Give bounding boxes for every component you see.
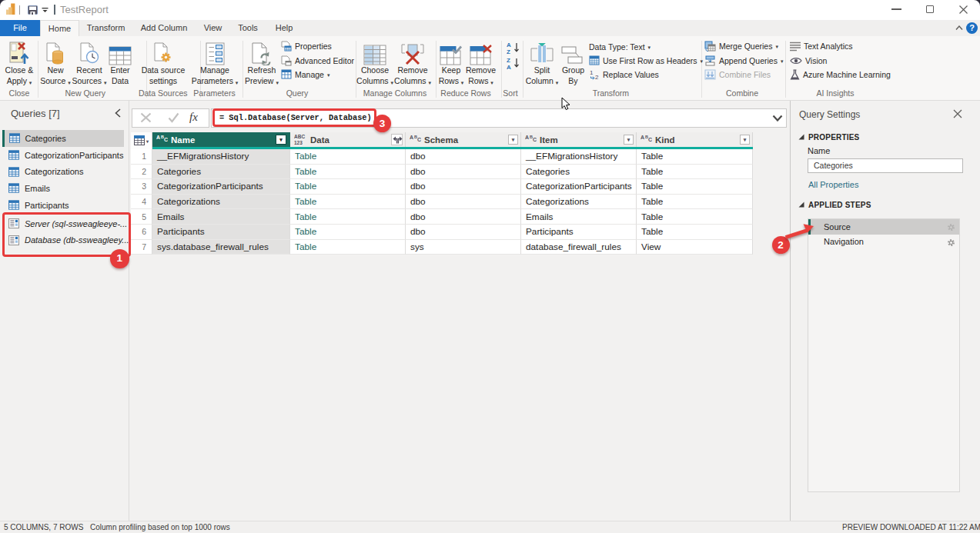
svg-text:ABC: ABC [294, 134, 305, 139]
svg-text:C: C [164, 137, 168, 142]
svg-text:A: A [641, 135, 644, 140]
svg-text:Z: Z [507, 48, 510, 55]
svg-text:1: 1 [590, 69, 594, 76]
svg-text:C: C [533, 137, 537, 142]
svg-text:A: A [410, 135, 413, 140]
svg-text:C: C [417, 137, 421, 142]
svg-text:2: 2 [595, 74, 599, 80]
svg-text:A: A [507, 64, 511, 70]
svg-text:123: 123 [294, 140, 303, 145]
svg-text:A: A [525, 135, 529, 140]
svg-text:C: C [648, 137, 652, 142]
svg-text:A: A [156, 135, 160, 140]
